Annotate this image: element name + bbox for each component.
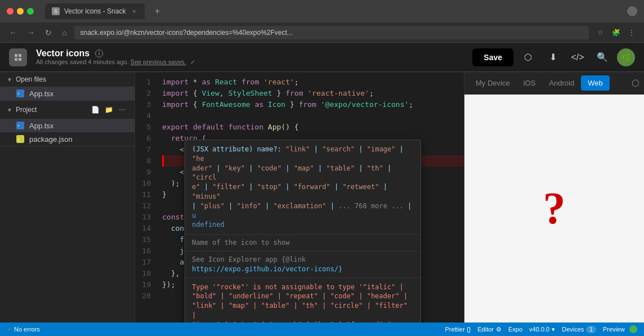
app-title: Vector icons i (36, 48, 463, 59)
url-input[interactable] (74, 26, 589, 39)
ac-keywords-2: ader" (192, 164, 212, 172)
url-bar: ← → ↻ ⌂ ☆ 🧩 ⋮ (0, 23, 644, 43)
browser-tab[interactable]: S Vector icons - Snack × (45, 3, 145, 19)
add-file-button[interactable]: 📄 (90, 104, 101, 115)
nav-back-button[interactable]: ← (7, 27, 19, 38)
ac-link-section: See Icon Explorer app {@link https://exp… (185, 252, 421, 278)
tab-bar: S Vector icons - Snack × + (45, 3, 623, 19)
version-label: v40.0.0 (529, 326, 549, 333)
expo-item[interactable]: Expo (508, 325, 522, 333)
download-icon[interactable]: ⬇ (543, 47, 563, 68)
editor-item[interactable]: Editor ⚙ (477, 325, 502, 333)
preview-item[interactable]: Preview (603, 325, 637, 333)
svg-text:T: T (17, 92, 20, 96)
project-actions: 📄 📁 ⋯ (90, 104, 128, 115)
bookmark-icon[interactable]: ☆ (594, 27, 606, 38)
open-files-header[interactable]: ▼ Open files (0, 72, 135, 87)
ac-keywords-3: e" (192, 183, 200, 191)
editor-label: Editor (477, 326, 494, 333)
expo-label: Expo (508, 326, 522, 333)
sidebar-item-package-json[interactable]: {} package.json (0, 132, 135, 146)
tab-favicon: S (52, 7, 60, 15)
file-name-package-json: package.json (29, 135, 73, 144)
app-header: Vector icons i All changes saved 4 minut… (0, 43, 644, 72)
prettier-label: Prettier {} (445, 326, 471, 333)
file-name-app-tsx: App.tsx (29, 122, 53, 130)
tab-ios[interactable]: iOS (517, 75, 543, 91)
svg-rect-4 (19, 58, 21, 61)
avatar[interactable]: 🌿 (617, 48, 635, 66)
open-files-label: Open files (16, 75, 46, 83)
project-section: ▼ Project 📄 📁 ⋯ T App.tsx { (0, 101, 135, 146)
chevron-down-icon: ▾ (552, 326, 555, 333)
app-title-area: Vector icons i All changes saved 4 minut… (36, 48, 463, 66)
preview-expand-icon[interactable]: ⬡ (632, 78, 639, 88)
devices-label: Devices (562, 326, 584, 333)
code-icon[interactable]: </> (567, 47, 588, 68)
tab-close-button[interactable]: × (130, 7, 138, 15)
project-menu-button[interactable]: ⋯ (117, 104, 128, 115)
code-content[interactable]: import * as React from 'react'; import {… (158, 72, 464, 322)
tab-android[interactable]: Android (542, 75, 581, 91)
svg-text:{}: {} (17, 138, 20, 141)
check-icon: ✓ (7, 326, 12, 333)
line-numbers: 12345 678910 1112131415 1617181920 (135, 72, 158, 322)
preview-tabs: My Device iOS Android Web ⬡ (464, 72, 644, 95)
nav-refresh-button[interactable]: ↻ (43, 27, 54, 38)
export-icon[interactable]: ⬡ (518, 47, 538, 68)
search-icon[interactable]: 🔍 (592, 47, 612, 68)
editor-body: ▼ Open files T App.tsx ▼ Project 📄 📁 (0, 72, 644, 322)
code-editor[interactable]: 12345 678910 1112131415 1617181920 impor… (135, 72, 464, 322)
ac-error: Type '"rocke"' is not assignable to type… (185, 278, 421, 322)
svg-rect-3 (15, 58, 17, 61)
prettier-item[interactable]: Prettier {} (445, 325, 471, 333)
preview-label: Preview (603, 326, 625, 333)
expo-vector-icons-link[interactable]: https://expo.github.io/vector-icons/} (192, 265, 342, 273)
maximize-button[interactable] (27, 8, 34, 15)
tab-my-device[interactable]: My Device (469, 75, 517, 91)
version-item[interactable]: v40.0.0 ▾ (529, 325, 555, 333)
gear-icon: ⚙ (496, 326, 502, 333)
sidebar-item-app-tsx-open[interactable]: T App.tsx (0, 87, 135, 100)
file-json-icon: {} (16, 135, 25, 144)
previous-saves-link[interactable]: See previous saves. (131, 59, 186, 65)
app-logo (9, 48, 27, 66)
new-tab-button[interactable]: + (149, 3, 165, 19)
code-area: 12345 678910 1112131415 1617181920 impor… (135, 72, 464, 322)
code-line-5: export default function App() { (162, 122, 464, 133)
app-subtitle: All changes saved 4 minutes ago. See pre… (36, 59, 463, 66)
add-folder-button[interactable]: 📁 (103, 104, 114, 115)
ac-header: (JSX attribute) name?: "link" | "search"… (185, 140, 421, 235)
project-header[interactable]: ▼ Project 📄 📁 ⋯ (0, 101, 135, 119)
preview-panel: My Device iOS Android Web ⬡ ? (464, 72, 644, 322)
project-label: Project (16, 106, 37, 114)
browser-menu-dots[interactable]: ⋮ (626, 27, 637, 38)
status-bar: ✓ No errors Prettier {} Editor ⚙ Expo v4… (0, 322, 644, 336)
close-button[interactable] (7, 8, 14, 15)
code-line-1: import * as React from 'react'; (162, 77, 464, 88)
devices-item[interactable]: Devices 1 (562, 325, 596, 333)
nav-forward-button[interactable]: → (25, 27, 37, 38)
code-line-3: import { FontAwesome as Icon } from '@ex… (162, 99, 464, 110)
open-files-section: ▼ Open files T App.tsx (0, 72, 135, 101)
nav-home-button[interactable]: ⌂ (60, 27, 69, 38)
sidebar-item-app-tsx[interactable]: T App.tsx (0, 119, 135, 132)
file-tsx-icon: T (16, 89, 25, 98)
extension-icon[interactable]: 🧩 (610, 27, 621, 38)
save-button[interactable]: Save (472, 48, 513, 66)
save-check-icon: ✓ (190, 59, 195, 65)
tab-web[interactable]: Web (581, 75, 610, 91)
file-tsx-icon-2: T (16, 121, 25, 130)
info-icon[interactable]: i (95, 50, 103, 57)
autocomplete-popup: (JSX attribute) name?: "link" | "search"… (185, 140, 421, 322)
header-actions: Save ⬡ ⬇ </> 🔍 🌿 (472, 47, 635, 68)
open-file-name: App.tsx (29, 89, 53, 98)
no-errors-item[interactable]: ✓ No errors (7, 326, 40, 333)
minimize-button[interactable] (17, 8, 24, 15)
tab-title: Vector icons - Snack (64, 7, 126, 15)
ac-description: Name of the icon to show (185, 235, 421, 252)
app-container: Vector icons i All changes saved 4 minut… (0, 43, 644, 336)
browser-chrome: S Vector icons - Snack × + (0, 0, 644, 23)
sidebar: ▼ Open files T App.tsx ▼ Project 📄 📁 (0, 72, 135, 322)
preview-question-mark: ? (543, 183, 566, 234)
